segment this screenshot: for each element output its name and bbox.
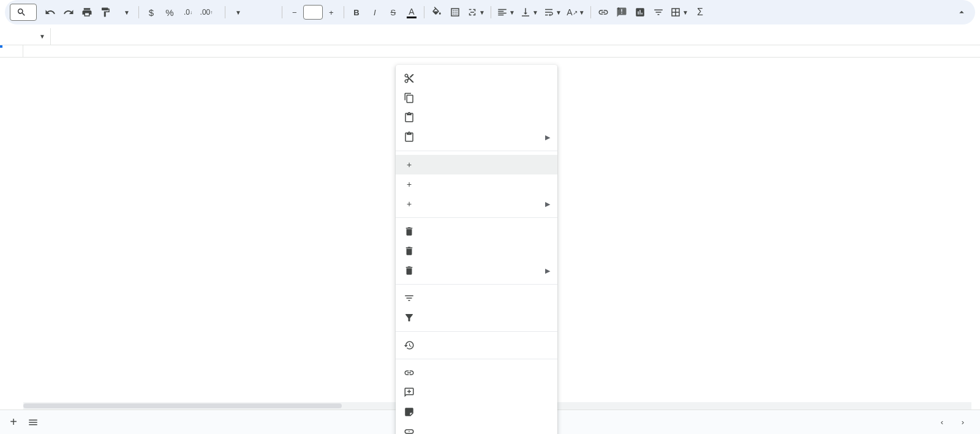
rotate-button[interactable]: A↗▼: [565, 4, 587, 21]
borders-button[interactable]: [447, 4, 464, 21]
cm-delete-col[interactable]: [396, 241, 557, 261]
plus-icon: +: [403, 178, 415, 190]
cm-delete-cells[interactable]: ▶: [396, 261, 557, 280]
cm-filter-cell[interactable]: [396, 308, 557, 327]
cm-create-filter[interactable]: [396, 288, 557, 308]
functions-button[interactable]: Σ: [692, 4, 709, 21]
history-icon: [403, 339, 415, 351]
print-button[interactable]: [78, 4, 96, 21]
add-sheet-button[interactable]: +: [4, 413, 23, 432]
cm-copy[interactable]: [396, 88, 557, 108]
sheets-scroll-right[interactable]: ›: [953, 413, 973, 432]
increase-fontsize-button[interactable]: +: [323, 4, 340, 21]
link-icon: [403, 367, 415, 379]
trash-icon: [403, 225, 415, 238]
cm-dropdown[interactable]: [396, 422, 557, 434]
filter-icon: [403, 292, 415, 304]
currency-button[interactable]: $: [143, 4, 160, 21]
cm-edit-history[interactable]: [396, 335, 557, 355]
collapse-toolbar-button[interactable]: [953, 4, 970, 21]
plus-icon: +: [403, 198, 415, 210]
cm-insert-row[interactable]: +: [396, 155, 557, 174]
cm-paste-special[interactable]: ▶: [396, 127, 557, 147]
formula-input[interactable]: [69, 28, 980, 45]
halign-button[interactable]: ▼: [495, 4, 517, 21]
dropdown-icon: [403, 425, 415, 434]
sheets-scroll-left[interactable]: ‹: [932, 413, 952, 432]
cm-insert-cells[interactable]: + ▶: [396, 194, 557, 214]
main-toolbar: ▼ $ % .0↓ .00↑ ▼ − + B I S A ▼ ▼ ▼ ▼ A↗▼…: [5, 0, 975, 24]
redo-button[interactable]: [60, 4, 77, 21]
fill-color-button[interactable]: [428, 4, 445, 21]
menus-search[interactable]: [10, 4, 37, 21]
cm-insert-note[interactable]: [396, 402, 557, 422]
copy-icon: [403, 92, 415, 104]
fontsize-input[interactable]: [303, 5, 323, 20]
chevron-right-icon: ▶: [545, 267, 550, 275]
decrease-decimal-button[interactable]: .0↓: [179, 4, 197, 21]
link-button[interactable]: [595, 4, 612, 21]
paste-special-icon: [403, 131, 415, 143]
cut-icon: [403, 72, 415, 84]
merge-button[interactable]: ▼: [465, 4, 487, 21]
filter-icon: [403, 312, 415, 324]
chevron-down-icon: ▼: [39, 33, 45, 40]
insert-chart-button[interactable]: [631, 4, 649, 21]
chevron-down-icon: ▼: [235, 9, 241, 16]
column-headers: [23, 45, 980, 58]
chevron-right-icon: ▶: [545, 200, 550, 208]
select-all-corner[interactable]: [0, 45, 23, 58]
cm-comment[interactable]: [396, 383, 557, 402]
italic-button[interactable]: I: [366, 4, 383, 21]
name-box[interactable]: ▼: [0, 33, 50, 40]
cm-insert-link[interactable]: [396, 363, 557, 383]
note-icon: [403, 406, 415, 418]
comment-button[interactable]: [613, 4, 630, 21]
trash-icon: [403, 264, 415, 277]
cm-paste[interactable]: [396, 108, 557, 127]
cm-cut[interactable]: [396, 69, 557, 88]
number-format-button[interactable]: [216, 4, 221, 21]
text-color-button[interactable]: A: [403, 4, 420, 21]
plus-icon: +: [403, 159, 415, 171]
paint-format-button[interactable]: [97, 4, 114, 21]
cm-delete-row[interactable]: [396, 222, 557, 241]
percent-button[interactable]: %: [161, 4, 178, 21]
increase-decimal-button[interactable]: .00↑: [198, 4, 215, 21]
font-select[interactable]: ▼: [229, 9, 278, 16]
all-sheets-button[interactable]: [23, 413, 43, 432]
trash-icon: [403, 245, 415, 257]
zoom-select[interactable]: ▼: [115, 9, 135, 16]
paste-icon: [403, 111, 415, 124]
context-menu: ▶ + + + ▶ ▶: [396, 65, 557, 434]
cm-insert-col[interactable]: +: [396, 174, 557, 194]
search-icon: [17, 7, 26, 17]
formula-bar-row: ▼: [0, 28, 980, 45]
chevron-right-icon: ▶: [545, 133, 550, 141]
chevron-down-icon: ▼: [124, 9, 130, 16]
bold-button[interactable]: B: [348, 4, 365, 21]
wrap-button[interactable]: ▼: [541, 4, 564, 21]
filter-button[interactable]: [650, 4, 667, 21]
decrease-fontsize-button[interactable]: −: [286, 4, 303, 21]
valign-button[interactable]: ▼: [518, 4, 540, 21]
scrollbar-thumb[interactable]: [23, 403, 342, 408]
strikethrough-button[interactable]: S: [385, 4, 402, 21]
comment-icon: [403, 386, 415, 398]
fx-label: [50, 28, 69, 45]
table-chip-button[interactable]: ▼: [668, 4, 690, 21]
undo-button[interactable]: [42, 4, 59, 21]
